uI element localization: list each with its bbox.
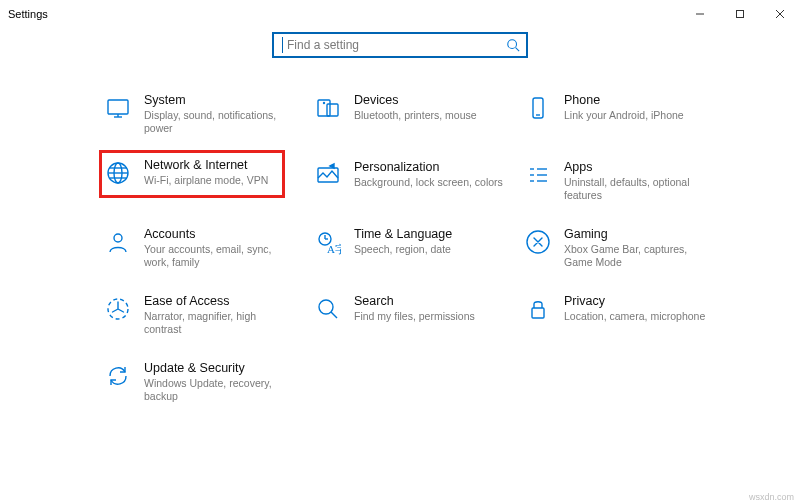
tile-title: Devices	[354, 92, 504, 108]
system-icon	[104, 94, 132, 122]
accounts-icon	[104, 228, 132, 256]
watermark: wsxdn.com	[749, 492, 794, 502]
ease-icon	[104, 295, 132, 323]
tile-text: PersonalizationBackground, lock screen, …	[354, 159, 504, 189]
tile-accounts[interactable]: AccountsYour accounts, email, sync, work…	[104, 226, 304, 269]
search-placeholder: Find a setting	[287, 38, 359, 52]
personalize-icon	[314, 161, 342, 189]
tile-text: Time & LanguageSpeech, region, date	[354, 226, 504, 256]
tile-title: Network & Internet	[144, 157, 280, 173]
tile-gaming[interactable]: GamingXbox Game Bar, captures, Game Mode	[524, 226, 724, 269]
tile-personalize[interactable]: PersonalizationBackground, lock screen, …	[314, 159, 514, 189]
tile-desc: Bluetooth, printers, mouse	[354, 109, 504, 122]
tile-title: Search	[354, 293, 504, 309]
search-icon	[506, 38, 520, 55]
privacy-icon	[524, 295, 552, 323]
minimize-icon	[695, 9, 705, 19]
tile-title: Personalization	[354, 159, 504, 175]
tile-title: Update & Security	[144, 360, 294, 376]
tile-privacy[interactable]: PrivacyLocation, camera, microphone	[524, 293, 724, 323]
tile-devices[interactable]: DevicesBluetooth, printers, mouse	[314, 92, 514, 122]
apps-icon	[524, 161, 552, 189]
update-icon	[104, 362, 132, 390]
tile-title: System	[144, 92, 294, 108]
close-button[interactable]	[760, 0, 800, 28]
tile-text: SearchFind my files, permissions	[354, 293, 504, 323]
globe-icon	[104, 159, 132, 187]
tile-desc: Uninstall, defaults, optional features	[564, 176, 714, 202]
tile-time[interactable]: Time & LanguageSpeech, region, date	[314, 226, 514, 256]
titlebar: Settings	[0, 0, 800, 28]
tile-text: Network & InternetWi-Fi, airplane mode, …	[144, 157, 280, 187]
svg-point-4	[508, 40, 517, 49]
search-input[interactable]: Find a setting	[272, 32, 528, 58]
search-cursor	[282, 37, 283, 53]
tile-title: Apps	[564, 159, 714, 175]
search-cat-icon	[314, 295, 342, 323]
search-container: Find a setting	[0, 32, 800, 58]
tile-update[interactable]: Update & SecurityWindows Update, recover…	[104, 360, 304, 403]
tile-desc: Narrator, magnifier, high contrast	[144, 310, 294, 336]
tile-title: Ease of Access	[144, 293, 294, 309]
devices-icon	[314, 94, 342, 122]
time-lang-icon	[314, 228, 342, 256]
tile-desc: Speech, region, date	[354, 243, 504, 256]
tile-desc: Background, lock screen, colors	[354, 176, 504, 189]
tile-title: Time & Language	[354, 226, 504, 242]
settings-grid: SystemDisplay, sound, notifications, pow…	[104, 92, 800, 403]
tile-phone[interactable]: PhoneLink your Android, iPhone	[524, 92, 724, 122]
tile-desc: Xbox Game Bar, captures, Game Mode	[564, 243, 714, 269]
tile-text: DevicesBluetooth, printers, mouse	[354, 92, 504, 122]
maximize-icon	[735, 9, 745, 19]
tile-text: AppsUninstall, defaults, optional featur…	[564, 159, 714, 202]
tile-desc: Link your Android, iPhone	[564, 109, 714, 122]
svg-rect-1	[737, 11, 744, 18]
tile-desc: Location, camera, microphone	[564, 310, 714, 323]
phone-icon	[524, 94, 552, 122]
maximize-button[interactable]	[720, 0, 760, 28]
tile-title: Phone	[564, 92, 714, 108]
window-title: Settings	[8, 8, 48, 20]
tile-text: AccountsYour accounts, email, sync, work…	[144, 226, 294, 269]
svg-line-5	[516, 48, 520, 52]
tile-network[interactable]: Network & InternetWi-Fi, airplane mode, …	[100, 151, 284, 197]
tile-desc: Windows Update, recovery, backup	[144, 377, 294, 403]
tile-desc: Display, sound, notifications, power	[144, 109, 294, 135]
tile-text: Update & SecurityWindows Update, recover…	[144, 360, 294, 403]
tile-search[interactable]: SearchFind my files, permissions	[314, 293, 514, 323]
tile-apps[interactable]: AppsUninstall, defaults, optional featur…	[524, 159, 724, 202]
tile-text: Ease of AccessNarrator, magnifier, high …	[144, 293, 294, 336]
tile-text: SystemDisplay, sound, notifications, pow…	[144, 92, 294, 135]
minimize-button[interactable]	[680, 0, 720, 28]
tile-desc: Your accounts, email, sync, work, family	[144, 243, 294, 269]
tile-desc: Wi-Fi, airplane mode, VPN	[144, 174, 280, 187]
tile-text: PrivacyLocation, camera, microphone	[564, 293, 714, 323]
window-controls	[680, 0, 800, 28]
tile-text: GamingXbox Game Bar, captures, Game Mode	[564, 226, 714, 269]
tile-title: Privacy	[564, 293, 714, 309]
tile-system[interactable]: SystemDisplay, sound, notifications, pow…	[104, 92, 304, 135]
tile-title: Gaming	[564, 226, 714, 242]
close-icon	[775, 9, 785, 19]
tile-title: Accounts	[144, 226, 294, 242]
tile-desc: Find my files, permissions	[354, 310, 504, 323]
tile-text: PhoneLink your Android, iPhone	[564, 92, 714, 122]
tile-ease[interactable]: Ease of AccessNarrator, magnifier, high …	[104, 293, 304, 336]
gaming-icon	[524, 228, 552, 256]
